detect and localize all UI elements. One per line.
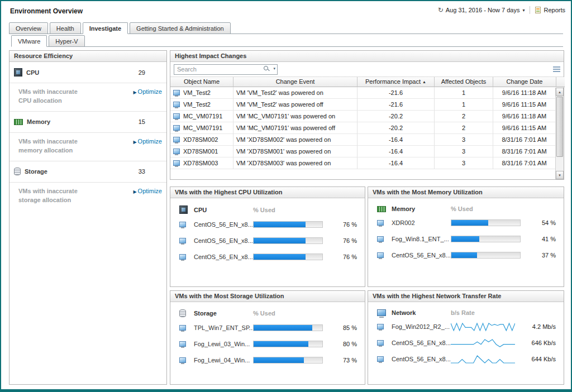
vm-icon (173, 125, 180, 131)
search-options-caret-icon[interactable]: ▾ (273, 66, 275, 71)
time-range-selector[interactable]: Aug 31, 2016 - Now 7 days (446, 7, 520, 13)
tab-getting-started[interactable]: Getting Started & Administration (130, 22, 231, 34)
vm-icon (179, 254, 186, 260)
cell-object-name: XD78SM003 (170, 157, 233, 169)
scroll-up-icon[interactable]: ▲ (556, 88, 564, 96)
vm-icon (179, 238, 186, 243)
cell-performance-impact: -21.6 (358, 87, 435, 99)
vm-icon (377, 340, 384, 346)
table-row[interactable]: VM_Test2 VM 'VM_Test2' was powered off -… (170, 99, 555, 111)
utilization-row[interactable]: TPL_Win7_ENT_SP... 85 % (170, 319, 365, 336)
vm-icon (173, 137, 180, 142)
optimize-cpu-link[interactable]: ▶Optimize (133, 88, 162, 95)
chevron-down-icon[interactable]: ▾ (522, 8, 525, 13)
vm-name: CentOS_56_EN_x8... (392, 252, 451, 259)
vertical-scrollbar[interactable]: ▲ ▼ (555, 88, 564, 179)
network-row[interactable]: CentOS_56_EN_x8... 646 Kb/s (368, 334, 564, 351)
cell-change-date: 8/31/16 7:01 AM (493, 157, 555, 169)
cell-change-date: 9/6/16 11:18 AM (493, 87, 555, 99)
utilization-row[interactable]: CentOS_56_EN_x8... 76 % (170, 248, 365, 265)
table-row[interactable]: XD78SM002 VM 'XD78SM002' was powered on … (170, 134, 555, 146)
object-name: XD78SM001 (183, 148, 218, 155)
optimize-label: Optimize (138, 138, 162, 145)
resource-count: 33 (139, 168, 145, 175)
utilization-row[interactable]: Fog_Win8.1_ENT_... 41 % (368, 231, 564, 247)
scrollbar-track[interactable] (556, 157, 564, 171)
column-change-event[interactable]: Change Event (233, 77, 358, 87)
table-customizer-icon[interactable] (553, 66, 560, 73)
vm-icon (377, 324, 384, 329)
resource-count: 15 (139, 118, 145, 125)
search-box: ▾ (174, 64, 278, 75)
vm-icon (179, 357, 186, 363)
vm-name: Fog_Lewi_04_Win... (194, 357, 253, 364)
table-row[interactable]: XD78SM001 VM 'XD78SM001' was powered on … (170, 146, 555, 157)
arrow-right-icon: ▶ (133, 90, 136, 95)
column-performance-impact[interactable]: Performance Impact▲ (358, 77, 435, 87)
vm-icon (377, 236, 384, 242)
object-name: XD78SM003 (183, 160, 218, 166)
cell-change-event: VM 'VM_Test2' was powered on (233, 87, 358, 99)
vm-icon (179, 222, 186, 227)
utilization-bar (253, 357, 323, 364)
tab-health[interactable]: Health (50, 22, 81, 34)
tab-investigate[interactable]: Investigate (83, 22, 128, 34)
cell-performance-impact: -16.4 (358, 157, 435, 169)
utilization-row[interactable]: Fog_Lewi_04_Win... 73 % (170, 352, 365, 368)
network-row[interactable]: Fog_Win2012_R2_... 4.2 Mb/s (368, 318, 564, 334)
optimize-label: Optimize (138, 88, 162, 95)
network-row[interactable]: CentOS_56_EN_x8... 644 Kb/s (368, 351, 564, 367)
scroll-down-icon[interactable]: ▼ (556, 171, 564, 179)
reports-icon (535, 7, 541, 13)
table-row[interactable]: MC_VM07191 VM 'MC_VM07191' was powered o… (170, 122, 555, 134)
tab-overview[interactable]: Overview (9, 22, 48, 34)
scrollbar-thumb[interactable] (556, 97, 563, 157)
resource-sub-cpu: VMs with inaccurate CPU allocation ▶Opti… (9, 83, 166, 112)
quad-title: VMs with the Highest CPU Utilization (170, 187, 365, 198)
network-transfer-panel: VMs with the Highest Network Transfer Ra… (368, 290, 564, 385)
column-affected-objects[interactable]: Affected Objects (435, 77, 493, 87)
utilization-row[interactable]: CentOS_56_EN_x8... 76 % (170, 216, 365, 232)
tab-vmware[interactable]: VMware (11, 35, 47, 47)
object-name: MC_VM07191 (183, 125, 222, 131)
utilization-value: 76 % (327, 237, 357, 244)
object-name: VM_Test2 (183, 89, 211, 96)
utilization-row[interactable]: XDR002 54 % (368, 214, 564, 231)
utilization-value: 76 % (327, 254, 357, 260)
table-row[interactable]: XD78SM003 VM 'XD78SM003' was powered on … (170, 157, 555, 169)
topbar: Environment Overview ↻ Aug 31, 2016 - No… (1, 1, 571, 21)
optimize-memory-link[interactable]: ▶Optimize (133, 138, 162, 145)
network-icon (377, 309, 386, 316)
resource-subtext: VMs with inaccurate storage allocation (18, 187, 88, 205)
vm-icon (179, 341, 186, 347)
vm-icon (173, 160, 180, 166)
vm-icon (377, 252, 384, 258)
quad-title: VMs with the Most Memory Utilization (368, 187, 564, 198)
vm-icon (377, 356, 384, 362)
utilization-row[interactable]: Fog_Lewi_03_Win... 80 % (170, 336, 365, 352)
search-input[interactable] (174, 64, 278, 75)
utilization-bar (253, 237, 323, 244)
utilization-row[interactable]: CentOS_56_EN_x8... 37 % (368, 247, 564, 263)
bar-fill (254, 341, 308, 347)
main-tabbar: Overview Health Investigate Getting Star… (9, 22, 563, 34)
sub-tabbar: VMware Hyper-V (11, 35, 563, 47)
page-title: Environment Overview (10, 7, 83, 15)
utilization-value: 76 % (327, 221, 357, 228)
utilization-row[interactable]: CentOS_56_EN_x8... 76 % (170, 232, 365, 248)
reports-button[interactable]: Reports (544, 7, 565, 13)
resource-sub-memory: VMs with inaccurate memory allocation ▶O… (9, 133, 166, 161)
resource-efficiency-panel: Resource Efficiency CPU 29 VMs with inac… (9, 50, 167, 385)
cpu-utilization-panel: VMs with the Highest CPU Utilization CPU… (170, 187, 365, 287)
optimize-storage-link[interactable]: ▶Optimize (133, 188, 162, 194)
column-change-date[interactable]: Change Date (493, 77, 556, 87)
vm-icon (179, 325, 186, 331)
vm-name: XDR002 (392, 219, 451, 226)
cell-performance-impact: -21.6 (358, 99, 435, 111)
table-row[interactable]: VM_Test2 VM 'VM_Test2' was powered on -2… (170, 87, 555, 99)
tab-hyperv[interactable]: Hyper-V (49, 35, 84, 47)
table-row[interactable]: MC_VM07191 VM 'MC_VM07191' was powered o… (170, 111, 555, 122)
resource-subtext: VMs with inaccurate CPU allocation (18, 88, 88, 106)
column-object-name[interactable]: Object Name (170, 77, 233, 87)
quad-title: VMs with the Most Storage Utilization (170, 291, 365, 302)
